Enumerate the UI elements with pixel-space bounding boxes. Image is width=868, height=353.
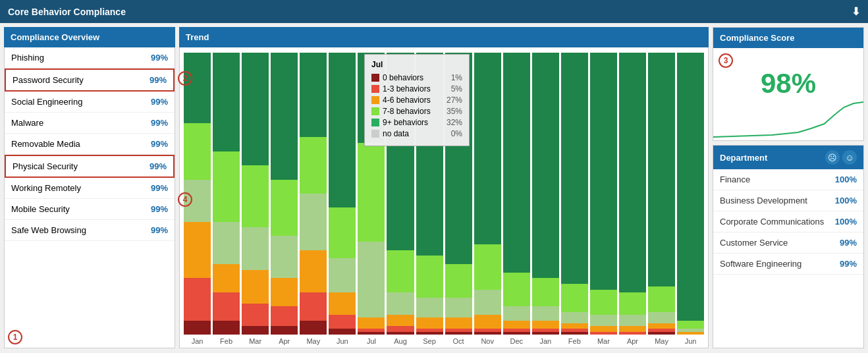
bar-segment <box>184 53 211 123</box>
bar-segment <box>619 53 646 292</box>
bar-segment <box>445 332 472 335</box>
bar-group[interactable] <box>590 53 617 335</box>
bar-segment <box>648 53 675 286</box>
compliance-item-label: Safe Web Browsing <box>11 225 86 235</box>
x-label: Jun <box>677 337 704 345</box>
bar-group[interactable] <box>271 53 298 335</box>
middle-panel: Trend JanFebMarAprMayJunJulAugSepOctNovD… <box>179 27 709 348</box>
bar-segment <box>648 312 675 323</box>
tooltip-title: Jul <box>371 60 462 69</box>
download-icon[interactable]: ⬇ <box>852 5 860 18</box>
bar-group[interactable] <box>648 53 675 335</box>
bar-segment <box>242 165 269 227</box>
bar-segment <box>532 53 559 278</box>
bar-segment <box>590 53 617 290</box>
tooltip-row-label: 0 behaviors <box>383 73 448 82</box>
dept-item[interactable]: Finance100% <box>713 169 863 190</box>
badge-3: 3 <box>719 53 733 68</box>
bar-group[interactable] <box>300 53 327 335</box>
tooltip-row-value: 5% <box>451 84 462 94</box>
bar-segment <box>590 326 617 332</box>
compliance-item-label: Working Remotely <box>11 183 81 193</box>
x-label: Apr <box>271 337 298 345</box>
bar-segment <box>677 321 704 329</box>
bar-group[interactable] <box>329 53 356 335</box>
tooltip-color-swatch <box>371 96 379 104</box>
dept-item-score: 100% <box>835 175 857 184</box>
bar-segment <box>271 53 298 180</box>
compliance-item[interactable]: Social Engineering99% <box>5 92 175 113</box>
compliance-item-score: 99% <box>151 204 168 214</box>
compliance-item-label: Physical Security <box>13 161 78 171</box>
compliance-item[interactable]: Password Security99% <box>5 68 175 92</box>
bar-segment <box>242 227 269 269</box>
bar-segment <box>619 315 646 326</box>
x-label: Aug <box>387 337 414 345</box>
compliance-item[interactable]: Safe Web Browsing99% <box>5 220 175 241</box>
bar-group[interactable] <box>503 53 530 335</box>
bar-segment <box>358 332 385 335</box>
bar-group[interactable] <box>242 53 269 335</box>
bar-segment <box>561 332 588 335</box>
tooltip-color-swatch <box>371 74 379 82</box>
tooltip-row: 4-6 behaviors27% <box>371 95 462 105</box>
bar-group[interactable] <box>561 53 588 335</box>
dept-header: Department ☹ ☺ <box>713 146 863 169</box>
score-body: 3 98% <box>713 48 863 140</box>
bar-group[interactable] <box>532 53 559 335</box>
bar-segment <box>416 256 443 298</box>
tooltip-row: no data0% <box>371 129 462 138</box>
bar-group[interactable] <box>213 53 240 335</box>
bar-segment <box>329 329 356 335</box>
bar-group[interactable] <box>474 53 501 335</box>
bar-group[interactable] <box>619 53 646 335</box>
compliance-item[interactable]: Phishing99% <box>5 47 175 68</box>
dept-item[interactable]: Customer Service99% <box>713 232 863 254</box>
bar-segment <box>358 242 385 318</box>
bar-segment <box>590 290 617 315</box>
bar-segment <box>387 326 414 332</box>
dept-item[interactable]: Corporate Communications100% <box>713 211 863 232</box>
x-label: Jan <box>184 337 211 345</box>
dept-header-icons: ☹ ☺ <box>825 150 857 165</box>
app-header: Core Behavior Compliance ⬇ <box>0 0 868 23</box>
compliance-item[interactable]: Removable Media99% <box>5 134 175 155</box>
bar-segment <box>648 286 675 312</box>
bar-segment <box>503 53 530 273</box>
compliance-item-score: 99% <box>151 183 168 193</box>
compliance-overview-header: Compliance Overview <box>4 27 175 47</box>
compliance-item[interactable]: Mobile Security99% <box>5 199 175 220</box>
bar-segment <box>300 137 327 194</box>
score-value: 98% <box>761 68 816 99</box>
dept-item[interactable]: Business Development100% <box>713 190 863 211</box>
bar-group[interactable] <box>677 53 704 335</box>
dept-item-score: 99% <box>840 238 857 248</box>
tooltip: Jul 0 behaviors1%1-3 behaviors5%4-6 beha… <box>364 54 470 146</box>
tooltip-color-swatch <box>371 85 379 93</box>
compliance-item[interactable]: Physical Security99% <box>5 155 175 178</box>
bar-segment <box>503 332 530 335</box>
dept-icon-btn-sad[interactable]: ☹ <box>825 150 840 165</box>
bar-segment <box>416 298 443 317</box>
bar-segment <box>358 317 385 329</box>
bar-segment <box>387 315 414 326</box>
bar-segment <box>213 222 240 264</box>
bar-segment <box>271 180 298 236</box>
bar-segment <box>387 250 414 292</box>
compliance-item[interactable]: Malware99% <box>5 113 175 134</box>
bar-segment <box>590 315 617 326</box>
compliance-item-label: Password Security <box>13 75 84 85</box>
bar-segment <box>387 332 414 335</box>
compliance-item-score: 99% <box>151 53 168 63</box>
tooltip-row-label: 9+ behaviors <box>383 118 443 127</box>
compliance-item[interactable]: Working Remotely99% <box>5 178 175 199</box>
dept-icon-btn-happy[interactable]: ☺ <box>842 150 857 165</box>
compliance-item-label: Phishing <box>11 53 44 63</box>
dept-item[interactable]: Software Engineering99% <box>713 254 863 275</box>
bar-segment <box>271 306 298 326</box>
bar-segment <box>677 53 704 321</box>
bar-segment <box>271 326 298 335</box>
bar-segment <box>532 278 559 306</box>
bar-segment <box>213 151 240 222</box>
compliance-item-score: 99% <box>149 75 167 85</box>
